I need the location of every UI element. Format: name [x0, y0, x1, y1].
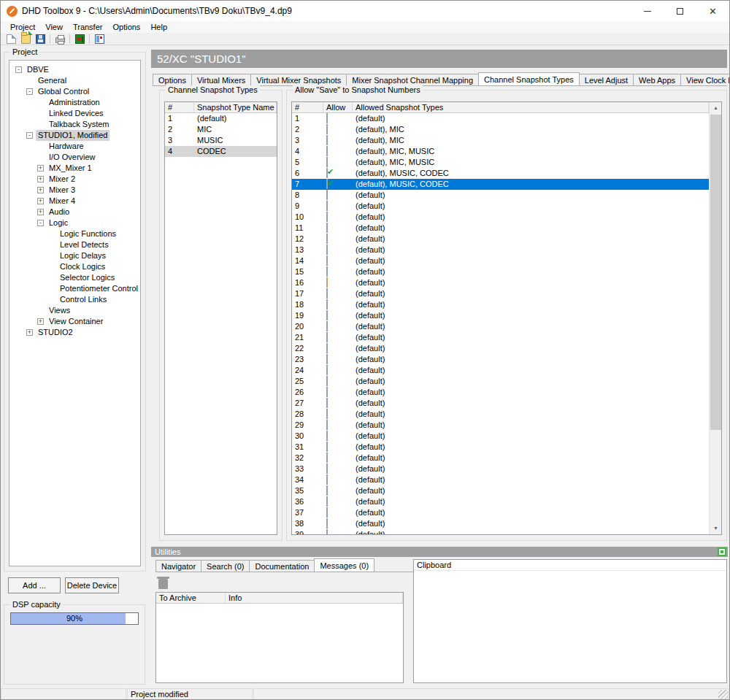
allow-save-row[interactable]: 17(default): [292, 288, 709, 299]
allow-checkbox[interactable]: [326, 409, 328, 419]
snapshot-type-row[interactable]: 2MIC: [165, 124, 277, 135]
allow-save-row[interactable]: 18(default): [292, 299, 709, 310]
tree-item-audio[interactable]: +Audio: [9, 207, 140, 218]
allow-save-row[interactable]: 16(default): [292, 277, 709, 288]
allow-save-row[interactable]: 2(default), MIC: [292, 124, 709, 135]
column-header-toarchive[interactable]: To Archive: [156, 593, 226, 603]
scroll-down-icon[interactable]: ▼: [710, 523, 722, 534]
tree-item-level-detects[interactable]: Level Detects: [9, 239, 140, 250]
allow-checkbox[interactable]: [326, 332, 328, 342]
allow-save-row[interactable]: 37(default): [292, 507, 709, 518]
tab-options[interactable]: Options: [153, 74, 192, 85]
snapshot-type-row[interactable]: 1(default): [165, 113, 277, 124]
allow-save-row[interactable]: 4(default), MIC, MUSIC: [292, 146, 709, 157]
new-file-button[interactable]: [4, 33, 18, 45]
utilities-restore-icon[interactable]: [718, 547, 726, 556]
allow-save-row[interactable]: 39(default): [292, 529, 709, 535]
allow-checkbox[interactable]: [326, 387, 328, 397]
snapshot-type-row[interactable]: 3MUSIC: [165, 135, 277, 146]
allow-checkbox[interactable]: [326, 201, 328, 211]
allow-checkbox[interactable]: [326, 190, 328, 200]
allow-save-row[interactable]: 33(default): [292, 464, 709, 474]
tab-mixer-snapshot-channel-mapping[interactable]: Mixer Snapshot Channel Mapping: [346, 74, 479, 85]
tree-expander-expand-icon[interactable]: +: [37, 318, 44, 325]
allow-save-row[interactable]: 35(default): [292, 485, 709, 496]
tree-expander-collapse-icon[interactable]: -: [26, 132, 33, 139]
allow-checkbox[interactable]: [326, 277, 328, 288]
tree-expander-expand-icon[interactable]: +: [37, 198, 44, 204]
menu-view[interactable]: View: [40, 22, 68, 32]
minimize-button[interactable]: [631, 1, 664, 21]
allow-checkbox[interactable]: [326, 255, 328, 266]
allow-checkbox[interactable]: [326, 135, 328, 145]
tree-item-control-links[interactable]: Control Links: [9, 294, 140, 305]
allow-checkbox[interactable]: [326, 485, 328, 496]
allow-save-row[interactable]: 1(default): [292, 113, 709, 124]
open-file-button[interactable]: [18, 33, 33, 45]
allow-checkbox[interactable]: [326, 474, 328, 485]
menu-options[interactable]: Options: [107, 22, 145, 32]
tree-item-mixer-4[interactable]: +Mixer 4: [9, 196, 140, 207]
allow-checkbox[interactable]: [326, 113, 328, 123]
allow-checkbox[interactable]: [326, 398, 328, 408]
tree-item-linked-devices[interactable]: Linked Devices: [9, 108, 140, 119]
tree-item-selector-logics[interactable]: Selector Logics: [9, 272, 140, 283]
archive-button[interactable]: [157, 576, 172, 591]
allow-checkbox[interactable]: [326, 496, 328, 507]
allow-checkbox[interactable]: [326, 343, 328, 353]
tree-item-view-container[interactable]: +View Container: [9, 316, 140, 327]
allow-save-row[interactable]: 30(default): [292, 431, 709, 442]
column-header-allowedsnapshottypes[interactable]: Allowed Snapshot Types: [353, 102, 709, 112]
allow-checkbox[interactable]: [326, 168, 328, 178]
allow-save-row[interactable]: 34(default): [292, 474, 709, 485]
print-button[interactable]: [53, 33, 67, 45]
allow-save-row[interactable]: 31(default): [292, 442, 709, 453]
tree-expander-collapse-icon[interactable]: -: [15, 66, 22, 73]
menu-help[interactable]: Help: [145, 22, 172, 32]
transfer-button[interactable]: [72, 33, 87, 45]
allow-save-row[interactable]: 7(default), MUSIC, CODEC: [292, 179, 709, 190]
allow-checkbox[interactable]: [326, 310, 328, 320]
allow-checkbox[interactable]: [326, 464, 328, 474]
allow-save-row[interactable]: 19(default): [292, 310, 709, 321]
allow-save-row[interactable]: 22(default): [292, 343, 709, 354]
resize-grip[interactable]: [718, 690, 728, 699]
allow-checkbox[interactable]: [326, 288, 328, 299]
add-device-button[interactable]: Add ...: [8, 577, 61, 593]
allow-checkbox[interactable]: [326, 212, 328, 222]
scroll-up-icon[interactable]: ▲: [710, 102, 722, 114]
allow-checkbox[interactable]: [326, 431, 328, 441]
utilities-tab-search-0-[interactable]: Search (0): [201, 560, 250, 572]
allow-checkbox[interactable]: [326, 354, 328, 364]
menu-transfer[interactable]: Transfer: [68, 22, 108, 32]
tree-item-logic-delays[interactable]: Logic Delays: [9, 250, 140, 261]
allow-save-row[interactable]: 9(default): [292, 201, 709, 212]
allow-checkbox[interactable]: [326, 266, 328, 277]
column-header-info[interactable]: Info: [226, 593, 403, 603]
tab-view-clock-format[interactable]: View Clock Format: [680, 74, 730, 85]
column-header-snapshottypename[interactable]: Snapshot Type Name: [194, 102, 277, 112]
tree-expander-collapse-icon[interactable]: -: [37, 220, 44, 226]
tree-expander-collapse-icon[interactable]: -: [26, 88, 33, 95]
scrollbar-thumb[interactable]: [710, 115, 721, 430]
options-button[interactable]: [92, 33, 107, 45]
tree-item-logic-functions[interactable]: Logic Functions: [9, 228, 140, 239]
utilities-tab-documentation[interactable]: Documentation: [249, 560, 315, 572]
allow-save-row[interactable]: 26(default): [292, 387, 709, 398]
tree-expander-expand-icon[interactable]: +: [37, 176, 44, 182]
allow-save-row[interactable]: 23(default): [292, 354, 709, 365]
tree-expander-expand-icon[interactable]: +: [37, 209, 44, 215]
utilities-tab-messages-0-[interactable]: Messages (0): [314, 558, 374, 572]
tree-item-hardware[interactable]: Hardware: [9, 141, 140, 152]
tab-level-adjust[interactable]: Level Adjust: [579, 74, 634, 85]
tree-item-studio1-modified[interactable]: -STUDIO1, Modified: [9, 130, 140, 141]
save-button[interactable]: [33, 33, 47, 45]
tree-item-mixer-2[interactable]: +Mixer 2: [9, 174, 140, 185]
allow-checkbox[interactable]: [326, 376, 328, 386]
allow-save-row[interactable]: 5(default), MIC, MUSIC: [292, 157, 709, 168]
allow-save-row[interactable]: 8(default): [292, 190, 709, 201]
allow-checkbox[interactable]: [326, 299, 328, 309]
tree-expander-expand-icon[interactable]: +: [26, 329, 33, 336]
allow-save-row[interactable]: 20(default): [292, 321, 709, 332]
allow-save-row[interactable]: 14(default): [292, 255, 709, 266]
